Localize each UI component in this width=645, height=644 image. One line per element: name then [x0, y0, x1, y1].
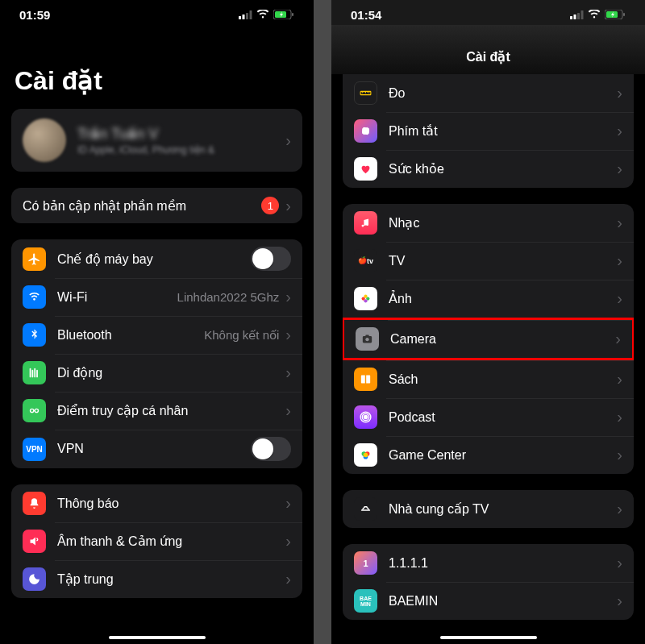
- bluetooth-icon: [23, 323, 46, 347]
- airplane-icon: [23, 247, 46, 271]
- svg-rect-6: [292, 13, 293, 16]
- chevron-right-icon: ›: [617, 500, 622, 518]
- camera-label: Camera: [390, 332, 609, 347]
- camera-row[interactable]: Camera ›: [343, 318, 634, 360]
- profile-group: Trần Tuấn V ID Apple, iCloud, Phương tiệ…: [11, 109, 302, 172]
- podcast-row[interactable]: Podcast ›: [343, 398, 634, 436]
- chevron-right-icon: ›: [285, 288, 291, 306]
- book-icon: [354, 368, 377, 391]
- nav-bar: Cài đặt: [331, 25, 645, 74]
- onedotone-label: 1.1.1.1: [389, 556, 610, 571]
- chevron-right-icon: ›: [617, 370, 622, 388]
- phone-right-settings: 01:54 Cài đặt Đo › Phím tắt ›: [331, 0, 645, 644]
- gamecenter-row[interactable]: Game Center ›: [343, 436, 634, 474]
- wifi-icon: [23, 285, 46, 309]
- svg-point-7: [31, 409, 34, 412]
- shortcuts-row[interactable]: Phím tắt ›: [343, 112, 634, 150]
- update-badge: 1: [261, 197, 279, 214]
- svg-point-8: [35, 409, 38, 412]
- gamecenter-label: Game Center: [389, 448, 610, 463]
- baemin-icon: BAE MIN: [354, 589, 377, 613]
- wifi-row[interactable]: Wi-Fi Linhdan2022 5Ghz ›: [11, 278, 302, 316]
- photos-label: Ảnh: [389, 291, 610, 306]
- photos-row[interactable]: Ảnh ›: [343, 280, 634, 318]
- svg-rect-25: [365, 335, 368, 337]
- chevron-right-icon: ›: [285, 197, 291, 215]
- software-update-row[interactable]: Có bản cập nhật phần mềm 1 ›: [11, 188, 302, 223]
- chevron-right-icon: ›: [617, 214, 622, 232]
- svg-rect-15: [623, 13, 625, 16]
- connectivity-group: Chế độ máy bay Wi-Fi Linhdan2022 5Ghz › …: [11, 239, 302, 468]
- hotspot-row[interactable]: Điểm truy cập cá nhân ›: [11, 392, 302, 430]
- podcast-icon: [354, 405, 377, 429]
- signal-icon: [239, 8, 252, 22]
- phone-left-settings: 01:59 Cài đặt Trần Tuấn V ID Apple, iClo…: [0, 0, 314, 644]
- chevron-right-icon: ›: [285, 364, 291, 382]
- bluetooth-row[interactable]: Bluetooth Không kết nối ›: [11, 316, 302, 354]
- scroll-area[interactable]: Đo › Phím tắt › Sức khỏe › Nhạc: [331, 74, 645, 644]
- svg-rect-18: [361, 127, 369, 135]
- alerts-group: Thông báo › Âm thanh & Cảm ứng › Tập tru…: [11, 484, 302, 598]
- focus-row[interactable]: Tập trung ›: [11, 560, 302, 598]
- nav-title: Cài đặt: [466, 50, 510, 64]
- health-row[interactable]: Sức khỏe ›: [343, 150, 634, 188]
- apple-tv-icon: 🍎tv: [354, 249, 377, 272]
- page-title: Cài đặt: [0, 25, 314, 109]
- sounds-row[interactable]: Âm thanh & Cảm ứng ›: [11, 522, 302, 560]
- chevron-right-icon: ›: [285, 570, 291, 588]
- chevron-right-icon: ›: [617, 554, 622, 572]
- status-bar: 01:54: [331, 0, 645, 25]
- podcast-label: Podcast: [389, 410, 610, 425]
- utilities-group: Đo › Phím tắt › Sức khỏe ›: [343, 74, 634, 188]
- airplane-mode-row[interactable]: Chế độ máy bay: [11, 239, 302, 278]
- heart-icon: [354, 157, 377, 181]
- wifi-label: Wi-Fi: [57, 290, 177, 305]
- bell-icon: [23, 492, 46, 515]
- airplane-toggle[interactable]: [251, 247, 291, 271]
- home-indicator[interactable]: [109, 636, 206, 639]
- status-icons: [239, 8, 294, 22]
- chevron-right-icon: ›: [617, 289, 622, 308]
- music-row[interactable]: Nhạc ›: [343, 204, 634, 242]
- tvprovider-icon: [354, 497, 377, 521]
- profile-row[interactable]: Trần Tuấn V ID Apple, iCloud, Phương tiệ…: [11, 109, 302, 172]
- baemin-row[interactable]: BAE MIN BAEMIN ›: [343, 582, 634, 620]
- measure-row[interactable]: Đo ›: [343, 74, 634, 112]
- vpn-toggle[interactable]: [251, 437, 291, 461]
- chevron-right-icon: ›: [617, 122, 622, 140]
- ruler-icon: [354, 81, 377, 105]
- status-time: 01:54: [351, 8, 381, 22]
- chevron-right-icon: ›: [617, 446, 622, 464]
- bluetooth-label: Bluetooth: [57, 328, 204, 343]
- svg-rect-0: [239, 16, 241, 19]
- update-group: Có bản cập nhật phần mềm 1 ›: [11, 188, 302, 223]
- status-icons: [570, 8, 626, 22]
- tvprovider-row[interactable]: Nhà cung cấp TV ›: [343, 490, 634, 528]
- cloudflare-icon: 1: [354, 551, 377, 575]
- shortcuts-icon: [354, 119, 377, 143]
- hotspot-label: Điểm truy cập cá nhân: [57, 403, 279, 418]
- svg-point-24: [365, 338, 368, 341]
- chevron-right-icon: ›: [617, 84, 622, 102]
- sounds-label: Âm thanh & Cảm ứng: [57, 534, 279, 549]
- chevron-right-icon: ›: [617, 251, 622, 270]
- svg-rect-12: [581, 10, 584, 19]
- music-label: Nhạc: [389, 215, 610, 231]
- cellular-row[interactable]: Di động ›: [11, 354, 302, 392]
- books-row[interactable]: Sách ›: [343, 360, 634, 398]
- notifications-row[interactable]: Thông báo ›: [11, 484, 302, 522]
- tv-row[interactable]: 🍎tv TV ›: [343, 242, 634, 280]
- home-indicator[interactable]: [440, 636, 537, 639]
- svg-rect-3: [250, 10, 252, 19]
- status-bar: 01:59: [0, 0, 314, 25]
- health-label: Sức khỏe: [389, 161, 610, 177]
- onedotone-row[interactable]: 1 1.1.1.1 ›: [343, 544, 634, 582]
- shortcuts-label: Phím tắt: [389, 123, 610, 139]
- svg-point-22: [362, 297, 365, 300]
- tvprovider-label: Nhà cung cấp TV: [389, 501, 610, 517]
- battery-icon: [273, 8, 294, 22]
- focus-label: Tập trung: [57, 571, 279, 587]
- tvprovider-group: Nhà cung cấp TV ›: [343, 490, 634, 528]
- measure-label: Đo: [389, 86, 610, 101]
- vpn-row[interactable]: VPN VPN: [11, 430, 302, 468]
